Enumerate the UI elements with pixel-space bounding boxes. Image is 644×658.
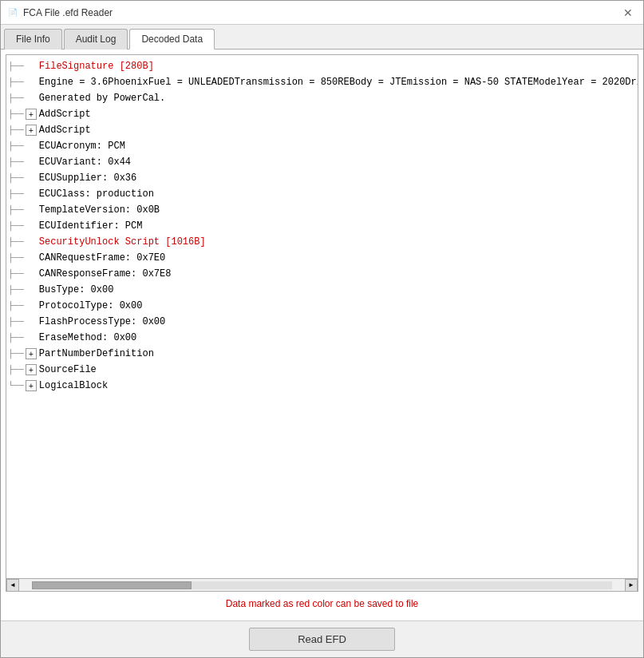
list-item: ├── CANResponseFrame: 0x7E8 — [8, 266, 636, 282]
can-request-label: CANRequestFrame: 0x7E0 — [39, 251, 165, 265]
security-unlock-label: SecurityUnlock Script [1016B] — [39, 235, 206, 249]
tabs-bar: File Info Audit Log Decoded Data — [1, 25, 643, 50]
status-bar: Data marked as red color can be saved to… — [6, 592, 638, 616]
list-item: ├── ECUSupplier: 0x36 — [8, 170, 636, 186]
list-item: ├── ECUIdentifier: PCM — [8, 218, 636, 234]
list-item: └── + LogicalBlock — [8, 378, 636, 394]
main-window: 📄 FCA File .efd Reader ✕ File Info Audit… — [0, 0, 644, 658]
tab-audit-log[interactable]: Audit Log — [64, 29, 128, 50]
window-title: FCA File .efd Reader — [23, 7, 113, 18]
tab-file-info[interactable]: File Info — [4, 29, 62, 50]
expand-addscript1[interactable]: + — [26, 109, 37, 120]
horizontal-scrollbar[interactable]: ◄ ► — [6, 579, 638, 592]
list-item: ├── ECUVariant: 0x44 — [8, 154, 636, 170]
bus-type-label: BusType: 0x00 — [39, 283, 114, 297]
ecu-supplier-label: ECUSupplier: 0x36 — [39, 171, 136, 185]
generated-label: Generated by PowerCal. — [39, 91, 165, 105]
list-item: ├── SecurityUnlock Script [1016B] — [8, 234, 636, 250]
file-signature-label: FileSignature [280B] — [39, 59, 154, 73]
addscript2-label: AddScript — [39, 123, 91, 137]
list-item: ├── ECUAcronym: PCM — [8, 138, 636, 154]
expand-source-file[interactable]: + — [26, 364, 37, 375]
can-response-label: CANResponseFrame: 0x7E8 — [39, 267, 172, 281]
flash-process-label: FlashProcessType: 0x00 — [39, 315, 165, 329]
engine-line-label: Engine = 3.6PhoenixFuel = UNLEADEDTransm… — [39, 75, 638, 89]
scroll-left-button[interactable]: ◄ — [6, 579, 19, 592]
list-item: ├── + SourceFile — [8, 362, 636, 378]
erase-method-label: EraseMethod: 0x00 — [39, 331, 136, 345]
list-item: ├── Engine = 3.6PhoenixFuel = UNLEADEDTr… — [8, 74, 636, 90]
expand-addscript2[interactable]: + — [26, 125, 37, 136]
list-item: ├── EraseMethod: 0x00 — [8, 330, 636, 346]
title-bar: 📄 FCA File .efd Reader ✕ — [1, 1, 643, 25]
expand-part-number[interactable]: + — [26, 348, 37, 359]
list-item: ├── FileSignature [280B] — [8, 58, 636, 74]
bottom-bar: Read EFD — [1, 620, 643, 657]
ecu-variant-label: ECUVariant: 0x44 — [39, 155, 131, 169]
list-item: ├── ECUClass: production — [8, 186, 636, 202]
list-item: ├── Generated by PowerCal. — [8, 90, 636, 106]
list-item: ├── BusType: 0x00 — [8, 282, 636, 298]
list-item: ├── + AddScript — [8, 122, 636, 138]
app-icon: 📄 — [7, 7, 18, 18]
close-button[interactable]: ✕ — [619, 4, 637, 22]
list-item: ├── + PartNumberDefinition — [8, 346, 636, 362]
ecu-class-label: ECUClass: production — [39, 187, 154, 201]
list-item: ├── ProtocolType: 0x00 — [8, 298, 636, 314]
status-text: Data marked as red color can be saved to… — [226, 598, 418, 609]
logical-block-label: LogicalBlock — [39, 379, 108, 393]
content-area: ├── FileSignature [280B] ├── Engine = 3.… — [1, 50, 643, 620]
expand-logical-block[interactable]: + — [26, 380, 37, 391]
list-item: ├── + AddScript — [8, 106, 636, 122]
read-efd-button[interactable]: Read EFD — [249, 628, 395, 651]
protocol-type-label: ProtocolType: 0x00 — [39, 299, 143, 313]
ecu-identifier-label: ECUIdentifier: PCM — [39, 219, 143, 233]
addscript1-label: AddScript — [39, 107, 91, 121]
tab-decoded-data[interactable]: Decoded Data — [129, 29, 215, 50]
scrollbar-thumb[interactable] — [32, 581, 192, 589]
ecu-acronym-label: ECUAcronym: PCM — [39, 139, 125, 153]
template-version-label: TemplateVersion: 0x0B — [39, 203, 160, 217]
scrollbar-track — [32, 581, 612, 589]
source-file-label: SourceFile — [39, 363, 97, 377]
list-item: ├── TemplateVersion: 0x0B — [8, 202, 636, 218]
scroll-right-button[interactable]: ► — [625, 579, 638, 592]
list-item: ├── CANRequestFrame: 0x7E0 — [8, 250, 636, 266]
part-number-label: PartNumberDefinition — [39, 347, 154, 361]
tree-container[interactable]: ├── FileSignature [280B] ├── Engine = 3.… — [6, 54, 638, 579]
list-item: ├── FlashProcessType: 0x00 — [8, 314, 636, 330]
